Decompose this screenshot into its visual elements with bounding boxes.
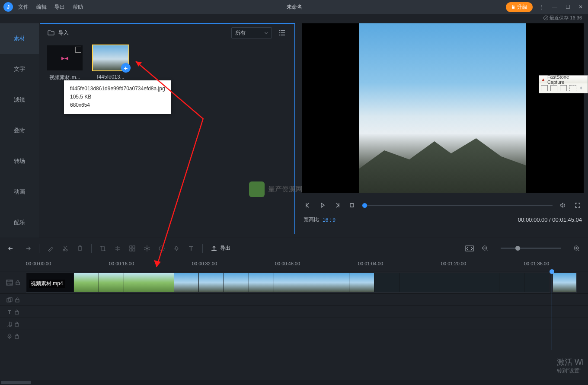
svg-rect-5 <box>130 246 132 248</box>
sidebar-item-overlay[interactable]: 叠附 <box>0 115 39 146</box>
svg-rect-7 <box>130 249 132 251</box>
watermark: 量产资源网 <box>249 181 303 197</box>
sidebar-item-transition[interactable]: 转场 <box>0 146 39 176</box>
zoom-slider[interactable] <box>501 248 561 249</box>
export-button[interactable]: 导出 <box>211 245 230 252</box>
fullscreen-button[interactable] <box>573 201 582 210</box>
aspect-value[interactable]: 16 : 9 <box>323 217 336 223</box>
fs-tool-4[interactable] <box>569 85 576 91</box>
svg-rect-15 <box>16 282 19 285</box>
zoom-out-button[interactable] <box>482 245 489 252</box>
text-track[interactable] <box>0 306 588 318</box>
text-button[interactable] <box>188 245 195 252</box>
svg-rect-18 <box>16 299 19 302</box>
sidebar-item-text[interactable]: 文字 <box>0 54 39 85</box>
svg-rect-6 <box>133 246 135 248</box>
ruler-label: 00:01:20.00 <box>441 261 466 266</box>
time-display: 00:00:00.00 / 00:01:45.04 <box>518 216 582 223</box>
overlay-track-icon <box>6 297 13 302</box>
prev-frame-button[interactable] <box>304 201 312 210</box>
sidebar-item-music[interactable]: 配乐 <box>0 207 39 238</box>
lock-icon[interactable] <box>15 334 19 339</box>
svg-rect-21 <box>9 334 10 337</box>
lock-icon[interactable] <box>15 297 19 302</box>
fit-button[interactable] <box>465 245 474 251</box>
sidebar-item-media[interactable]: 素材 <box>0 23 39 54</box>
close-button[interactable]: ✕ <box>577 3 585 11</box>
media-thumb-video[interactable]: ▶◀ 视频素材.m... <box>47 45 83 81</box>
split-button[interactable] <box>114 245 121 252</box>
timeline-ruler[interactable]: 00:00:00.00 00:00:16.00 00:00:32.00 00:0… <box>0 258 588 271</box>
progress-bar[interactable] <box>362 205 553 206</box>
faststone-title: ▲FastStone Capture <box>539 76 588 83</box>
minimize-button[interactable]: — <box>551 3 559 11</box>
audio-button[interactable] <box>173 245 180 252</box>
freeze-button[interactable] <box>144 245 150 252</box>
menu-edit[interactable]: 编辑 <box>36 3 47 11</box>
media-thumb-label: f445fe013... <box>93 74 128 80</box>
media-panel: 导入 所有 ▶◀ 视频素材.m... + f445fe013... <box>40 23 295 234</box>
ruler-label: 00:00:48.00 <box>275 261 300 266</box>
horizontal-scrollbar[interactable] <box>0 380 588 385</box>
voice-track[interactable] <box>0 330 588 342</box>
volume-button[interactable] <box>559 201 567 210</box>
speed-button[interactable] <box>158 245 165 252</box>
lock-icon[interactable] <box>16 280 20 285</box>
sidebar: 素材 文字 滤镜 叠附 转场 动画 配乐 <box>0 23 39 238</box>
edit-button[interactable] <box>47 245 54 252</box>
zoom-in-button[interactable] <box>573 245 580 252</box>
preview-viewport[interactable] <box>302 23 584 193</box>
svg-rect-0 <box>512 6 514 9</box>
redo-button[interactable] <box>23 245 31 251</box>
more-button[interactable]: ⋮ <box>538 3 546 11</box>
menu-help[interactable]: 帮助 <box>73 3 83 11</box>
undo-button[interactable] <box>8 245 16 251</box>
svg-point-3 <box>63 249 65 251</box>
overlay-track[interactable] <box>0 294 588 306</box>
svg-rect-2 <box>350 204 354 207</box>
check-circle-icon <box>543 16 548 20</box>
list-view-toggle[interactable] <box>276 27 288 38</box>
fs-tool-1[interactable] <box>541 85 548 91</box>
svg-rect-19 <box>15 312 19 314</box>
play-button[interactable] <box>318 201 327 210</box>
video-clip[interactable]: 视频素材.mp4 <box>26 273 550 293</box>
add-icon[interactable]: + <box>121 63 131 73</box>
fs-tool-2[interactable] <box>550 85 557 91</box>
preview-panel: 宽高比 16 : 9 00:00:00.00 / 00:01:45.04 <box>298 23 588 238</box>
windows-activation: 激活 Wi 转到"设置" <box>557 357 584 375</box>
video-track[interactable]: 视频素材.mp4 <box>0 271 588 294</box>
fs-tool-5[interactable]: ✦ <box>579 85 583 91</box>
cut-button[interactable] <box>62 245 69 252</box>
clip-label: 视频素材.mp4 <box>29 280 65 288</box>
lock-icon[interactable] <box>15 309 19 315</box>
aspect-label: 宽高比 <box>304 216 319 223</box>
ruler-label: 00:00:00.00 <box>26 261 51 266</box>
text-track-icon <box>7 309 12 315</box>
sidebar-item-animation[interactable]: 动画 <box>0 176 39 207</box>
import-icon <box>47 30 55 36</box>
stop-button[interactable] <box>348 201 356 210</box>
media-filter-dropdown[interactable]: 所有 <box>231 27 272 38</box>
lock-icon[interactable] <box>15 321 19 327</box>
mosaic-button[interactable] <box>129 245 136 252</box>
image-clip[interactable] <box>553 273 577 293</box>
menu-file[interactable]: 文件 <box>18 3 29 11</box>
maximize-button[interactable]: ☐ <box>564 3 572 11</box>
sidebar-item-filter[interactable]: 滤镜 <box>0 85 39 115</box>
list-icon <box>278 30 285 36</box>
crop-button[interactable] <box>99 245 106 252</box>
svg-rect-10 <box>176 246 177 249</box>
ruler-label: 00:01:04.00 <box>358 261 383 266</box>
faststone-toolbar[interactable]: ▲FastStone Capture ✦ <box>539 75 588 93</box>
menu-export[interactable]: 导出 <box>54 3 65 11</box>
upgrade-button[interactable]: 升级 <box>506 2 533 12</box>
playhead[interactable] <box>552 272 552 350</box>
import-button[interactable]: 导入 <box>47 29 69 37</box>
audio-track[interactable] <box>0 318 588 330</box>
delete-button[interactable] <box>77 245 83 252</box>
music-track-icon <box>7 321 12 327</box>
next-frame-button[interactable] <box>333 201 342 210</box>
fs-tool-3[interactable] <box>560 85 567 91</box>
media-thumb-image[interactable]: + f445fe013... <box>93 45 128 81</box>
